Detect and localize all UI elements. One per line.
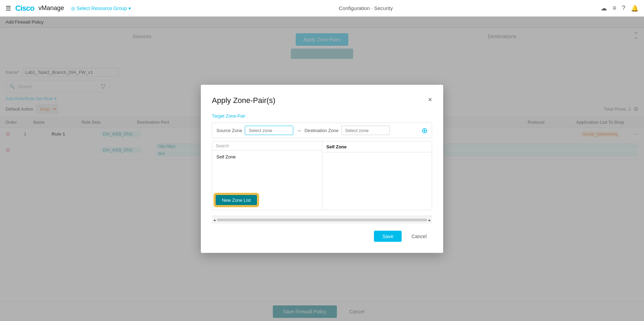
zone-pair-row: Source Zone → Destination Zone ⊕ <box>212 123 432 138</box>
menu-icon[interactable]: ≡ <box>612 5 616 12</box>
cisco-logo: Cisco <box>15 4 34 13</box>
target-zone-label: Target Zone-Pair <box>212 113 432 119</box>
zone-list-right: Self Zone <box>322 141 432 210</box>
resource-group-icon: ◎ <box>71 6 75 11</box>
modal-body: Target Zone-Pair Source Zone → Destinati… <box>212 113 432 224</box>
modal-save-button[interactable]: Save <box>374 231 402 242</box>
modal-header: Apply Zone-Pair(s) × <box>212 96 432 105</box>
cloud-icon[interactable]: ☁ <box>601 5 607 12</box>
modal-footer: Save Cancel <box>212 231 432 242</box>
modal-close-button[interactable]: × <box>428 96 432 103</box>
scroll-right-icon[interactable]: ▸ <box>429 218 431 223</box>
header-breadcrumb: Configuration · Security <box>131 5 601 11</box>
arrow-icon: → <box>296 127 302 133</box>
vmanage-label: vManage <box>38 5 64 12</box>
help-icon[interactable]: ? <box>622 5 625 12</box>
apply-zone-pairs-modal: Apply Zone-Pair(s) × Target Zone-Pair So… <box>201 85 443 253</box>
zone-dropdown-area: Search Self Zone New Zone List Self Zone <box>212 141 432 210</box>
source-zone-label: Source Zone <box>216 128 242 133</box>
zone-list-item[interactable]: Self Zone <box>212 152 322 162</box>
source-zone-input[interactable] <box>245 126 293 135</box>
destination-zone-input[interactable] <box>341 126 390 135</box>
zone-search: Search <box>212 141 322 151</box>
zone-list-left: Search Self Zone New Zone List <box>212 141 322 210</box>
right-column-header: Self Zone <box>322 141 432 153</box>
zone-dropdown-list: Self Zone <box>212 151 322 192</box>
main-content: Add Firewall Policy Sources Apply Zone-P… <box>0 17 644 321</box>
bell-icon[interactable]: 🔔 <box>631 5 638 12</box>
resource-group-arrow-icon: ▾ <box>128 6 131 11</box>
scroll-area: ◂ ▸ <box>212 216 432 224</box>
modal-cancel-button[interactable]: Cancel <box>406 231 432 242</box>
add-zone-pair-icon[interactable]: ⊕ <box>421 126 428 135</box>
app-header: ☰ Cisco vManage ◎ Select Resource Group … <box>0 0 644 17</box>
right-zone-list <box>322 153 432 210</box>
resource-group-label: Select Resource Group <box>77 6 127 11</box>
resource-group-selector[interactable]: ◎ Select Resource Group ▾ <box>71 6 131 11</box>
destination-zone-label: Destination Zone <box>304 128 338 133</box>
modal-title: Apply Zone-Pair(s) <box>212 96 275 105</box>
scroll-left-icon[interactable]: ◂ <box>213 218 215 223</box>
hamburger-icon[interactable]: ☰ <box>6 5 11 12</box>
scroll-bar[interactable] <box>217 219 427 222</box>
new-zone-list-button[interactable]: New Zone List <box>215 194 258 206</box>
